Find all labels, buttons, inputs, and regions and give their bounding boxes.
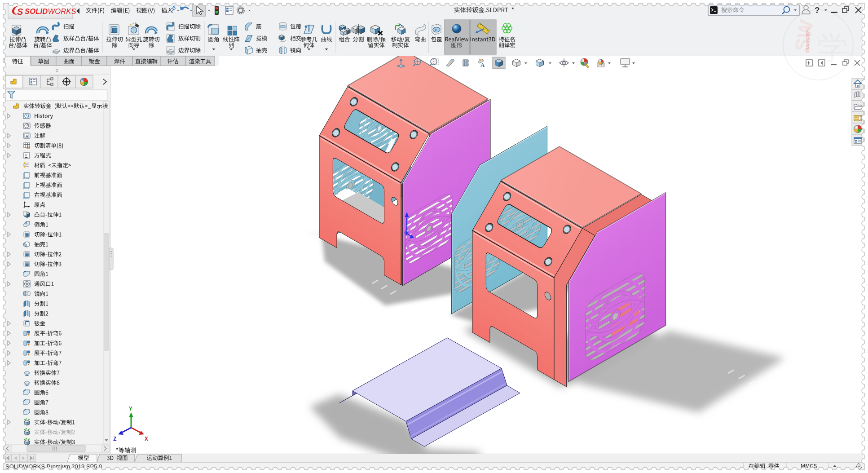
svg-text:Z: Z: [113, 436, 117, 442]
svg-text:X: X: [145, 436, 148, 442]
svg-text:Y: Y: [129, 406, 132, 412]
